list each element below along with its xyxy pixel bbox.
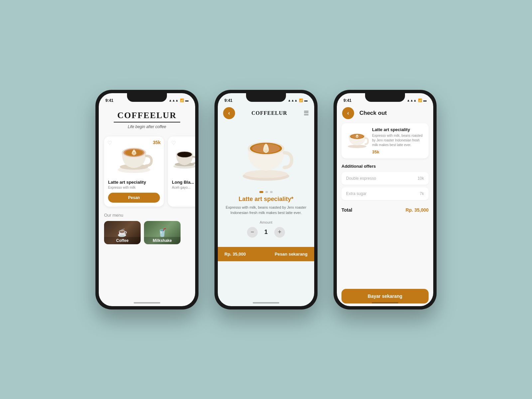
- checkout-header: ‹ Check out: [337, 105, 433, 123]
- qty-increase-btn[interactable]: +: [274, 227, 285, 238]
- signal-icon-3: ▲▲▲: [407, 99, 417, 102]
- checkout-title: Check out: [359, 110, 387, 116]
- additional-item-name-1: Double espresso: [346, 176, 376, 181]
- amount-label: Amount: [218, 220, 314, 224]
- menu-section: Our menu ☕ Coffee 🥤 Milkshake: [99, 210, 195, 247]
- menu-item-milkshake-label: Milkshake: [144, 237, 181, 244]
- dot-2: [270, 191, 273, 193]
- phone-checkout: 9:41 ▲▲▲ 📶 ▬ ‹ Check out: [333, 90, 437, 309]
- additional-item-price-2: 7k: [420, 191, 424, 196]
- card-desc-1: Expresso with milk: [108, 186, 160, 189]
- card-desc-2: Aceh gayo...: [172, 186, 195, 189]
- order-button[interactable]: Pesan sekarang: [275, 252, 308, 257]
- product-card-black[interactable]: ♡ Long Bla...: [168, 136, 195, 207]
- additional-item-sugar[interactable]: Extra sugar 7k: [341, 187, 429, 200]
- status-time-2: 9:41: [224, 98, 232, 103]
- brand-tagline: Life begin after coffee: [105, 124, 189, 129]
- checkout-screen: 9:41 ▲▲▲ 📶 ▬ ‹ Check out: [337, 93, 433, 306]
- card-image-1: [108, 140, 160, 177]
- wifi-icon-3: 📶: [418, 99, 422, 102]
- brand-header: COFFEELUR Life begin after coffee: [99, 105, 195, 133]
- menu-item-milkshake[interactable]: 🥤 Milkshake: [144, 221, 181, 244]
- pay-button[interactable]: Bayar sekarang: [341, 289, 429, 303]
- additional-section: Additional offers Double espresso 10k Ex…: [337, 164, 433, 203]
- product-detail-name: Latte art speciality*: [224, 196, 308, 203]
- notch-3: [365, 93, 405, 102]
- detail-screen: 9:41 ▲▲▲ 📶 ▬ ‹ COFFEELUR ☰: [218, 93, 314, 306]
- notch-2: [246, 93, 286, 102]
- coffee-emoji: ☕: [117, 228, 127, 237]
- heart-icon-2[interactable]: ♡: [171, 140, 176, 146]
- pesan-button-1[interactable]: Pesan: [108, 193, 160, 203]
- checkout-coffee-svg: [345, 127, 369, 150]
- notch: [127, 93, 167, 102]
- checkout-item-card: Latte art speciality Expresso with milk,…: [341, 123, 429, 158]
- back-button-3[interactable]: ‹: [342, 107, 354, 119]
- milkshake-emoji: 🥤: [157, 228, 167, 237]
- status-icons-3: ▲▲▲ 📶 ▬: [407, 99, 427, 102]
- battery-icon-2: ▬: [304, 99, 308, 102]
- product-card-latte[interactable]: ♡ 35k: [104, 136, 164, 207]
- order-bar[interactable]: Rp. 35,000 Pesan sekarang: [218, 247, 314, 261]
- back-button-2[interactable]: ‹: [223, 107, 235, 119]
- card-name-2: Long Bla...: [172, 180, 195, 185]
- status-icons-1: ▲▲▲ 📶 ▬: [169, 99, 189, 102]
- amount-controls: − 1 +: [218, 227, 314, 238]
- home-indicator-2: [253, 302, 279, 303]
- home-indicator-1: [134, 302, 160, 303]
- heart-icon-1[interactable]: ♡: [107, 140, 112, 146]
- brand-name-1: COFFEELUR: [105, 110, 189, 120]
- card-name-1: Latte art speciality: [108, 180, 160, 185]
- product-detail-desc: Expresso with milk, beans roasted by Jer…: [224, 205, 308, 216]
- status-time-3: 9:41: [343, 98, 351, 103]
- checkout-item-info: Latte art speciality Expresso with milk,…: [372, 127, 425, 154]
- home-content: COFFEELUR Life begin after coffee ♡ 35k: [99, 105, 195, 306]
- detail-coffee-svg: [238, 127, 294, 183]
- status-time-1: 9:41: [105, 98, 113, 103]
- brand-underline: [114, 122, 180, 122]
- checkout-item-name: Latte art speciality: [372, 127, 425, 132]
- additional-item-espresso[interactable]: Double espresso 10k: [341, 172, 429, 185]
- phone-home: 9:41 ▲▲▲ 📶 ▬ COFFEELUR Life begin after …: [95, 90, 199, 309]
- header-brand-2: COFFEELUR: [251, 110, 287, 116]
- checkout-item-desc: Expresso with milk, beans roasted by Jer…: [372, 133, 425, 147]
- checkout-item-price: 35k: [372, 149, 425, 154]
- svg-point-9: [178, 152, 191, 157]
- wifi-icon: 📶: [180, 99, 184, 102]
- qty-decrease-btn[interactable]: −: [247, 227, 258, 238]
- card-price-1: 35k: [153, 140, 161, 145]
- latte-cup-svg: [108, 140, 160, 177]
- svg-point-11: [244, 170, 288, 178]
- home-screen: 9:41 ▲▲▲ 📶 ▬ COFFEELUR Life begin after …: [99, 93, 195, 306]
- additional-title: Additional offers: [341, 164, 429, 169]
- detail-info: Latte art speciality* Expresso with milk…: [218, 196, 314, 220]
- dot-active: [259, 191, 263, 193]
- detail-image-area: [218, 122, 314, 188]
- signal-icon-2: ▲▲▲: [288, 99, 298, 102]
- menu-item-coffee[interactable]: ☕ Coffee: [104, 221, 141, 244]
- menu-item-coffee-label: Coffee: [104, 237, 141, 244]
- qty-value: 1: [264, 229, 268, 236]
- battery-icon-3: ▬: [423, 99, 427, 102]
- battery-icon: ▬: [185, 99, 189, 102]
- carousel-dots: [218, 191, 314, 193]
- order-price: Rp. 35,000: [224, 252, 246, 257]
- menu-title: Our menu: [104, 213, 190, 218]
- signal-icon: ▲▲▲: [169, 99, 179, 102]
- checkout-item-image: [345, 127, 369, 150]
- detail-header: ‹ COFFEELUR ☰: [218, 105, 314, 122]
- status-icons-2: ▲▲▲ 📶 ▬: [288, 99, 308, 102]
- phone-detail: 9:41 ▲▲▲ 📶 ▬ ‹ COFFEELUR ☰: [214, 90, 318, 309]
- total-row: Total Rp. 35,000: [337, 203, 433, 215]
- amount-section: Amount − 1 +: [218, 220, 314, 238]
- hamburger-icon[interactable]: ☰: [304, 109, 309, 117]
- menu-items-row: ☕ Coffee 🥤 Milkshake: [104, 221, 190, 244]
- product-cards-row: ♡ 35k: [99, 133, 195, 210]
- total-price: Rp. 35,000: [406, 207, 429, 213]
- home-indicator-3: [372, 302, 398, 303]
- total-label: Total: [341, 207, 352, 213]
- dot-1: [265, 191, 268, 193]
- additional-item-price-1: 10k: [418, 176, 424, 181]
- wifi-icon-2: 📶: [299, 99, 303, 102]
- phones-container: 9:41 ▲▲▲ 📶 ▬ COFFEELUR Life begin after …: [82, 70, 450, 329]
